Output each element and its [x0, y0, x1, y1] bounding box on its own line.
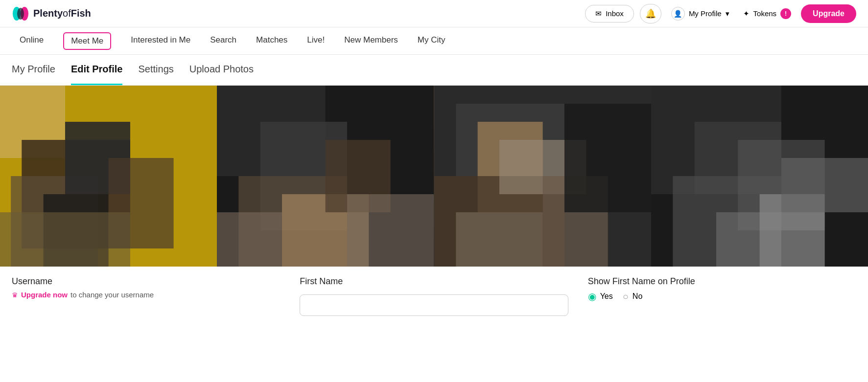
chevron-down-icon: ▾ [726, 9, 729, 18]
tokens-icon: ✦ [743, 9, 750, 18]
radio-option-yes[interactable]: ◉ Yes [588, 291, 613, 302]
tokens-button[interactable]: ✦ Tokens ! [739, 8, 796, 19]
logo-area: PlentyofFish [12, 5, 91, 22]
first-name-col: First Name [300, 276, 568, 316]
first-name-input[interactable] [300, 294, 568, 316]
inbox-icon: ✉ [595, 9, 602, 18]
upgrade-now-link[interactable]: Upgrade now [21, 291, 68, 299]
photo-panel-1 [0, 86, 217, 267]
svg-rect-10 [0, 212, 130, 267]
svg-rect-16 [217, 212, 282, 267]
username-label: Username [12, 276, 280, 287]
photo-panel-3 [434, 86, 651, 267]
nav-bar: Online Meet Me Interested in Me Search M… [0, 27, 868, 55]
photo-pixelated-2 [217, 86, 434, 267]
bell-icon: 🔔 [645, 8, 656, 19]
sub-nav-settings[interactable]: Settings [138, 55, 173, 85]
svg-rect-25 [456, 212, 542, 267]
sub-nav-upload-photos[interactable]: Upload Photos [189, 55, 254, 85]
nav-item-meet-me[interactable]: Meet Me [63, 32, 111, 50]
my-profile-button[interactable]: 👤 My Profile ▾ [667, 7, 733, 21]
photo-pixelated-1 [0, 86, 217, 267]
svg-rect-34 [716, 212, 825, 267]
nav-item-interested-in-me[interactable]: Interested in Me [131, 27, 190, 54]
nav-item-matches[interactable]: Matches [256, 27, 287, 54]
header-actions: ✉ Inbox 🔔 👤 My Profile ▾ ✦ Tokens ! Upgr… [585, 4, 856, 23]
first-name-label: First Name [300, 276, 568, 287]
photo-strip [0, 86, 868, 267]
sub-nav: My Profile Edit Profile Settings Upload … [0, 55, 868, 86]
logo-icon [12, 5, 29, 22]
show-first-name-radio-group: ◉ Yes ○ No [588, 291, 856, 302]
sub-nav-edit-profile[interactable]: Edit Profile [71, 55, 123, 85]
nav-item-new-members[interactable]: New Members [344, 27, 398, 54]
upgrade-button[interactable]: Upgrade [801, 4, 856, 23]
svg-rect-33 [781, 158, 868, 212]
svg-rect-26 [564, 104, 651, 212]
photo-panel-2 [217, 86, 434, 267]
show-first-name-col: Show First Name on Profile ◉ Yes ○ No [588, 276, 856, 302]
nav-item-online[interactable]: Online [20, 27, 44, 54]
nav-item-live[interactable]: Live! [307, 27, 325, 54]
photo-pixelated-3 [434, 86, 651, 267]
form-section: Username ♛ Upgrade now to change your us… [0, 267, 868, 326]
header: PlentyofFish ✉ Inbox 🔔 👤 My Profile ▾ ✦ … [0, 0, 868, 27]
svg-point-2 [17, 8, 24, 20]
nav-item-my-city[interactable]: My City [418, 27, 446, 54]
photo-panel-4 [651, 86, 868, 267]
tokens-badge: ! [780, 8, 791, 19]
profile-icon: 👤 [671, 7, 685, 21]
radio-yes-icon: ◉ [588, 291, 596, 302]
svg-rect-18 [347, 194, 434, 267]
nav-item-search[interactable]: Search [210, 27, 236, 54]
logo-text: PlentyofFish [33, 8, 91, 19]
inbox-button[interactable]: ✉ Inbox [585, 5, 634, 22]
radio-no-icon: ○ [623, 291, 629, 302]
show-first-name-label: Show First Name on Profile [588, 276, 856, 287]
crown-icon: ♛ [12, 291, 18, 299]
notifications-button[interactable]: 🔔 [640, 4, 661, 23]
radio-option-no[interactable]: ○ No [623, 291, 643, 302]
sub-nav-my-profile[interactable]: My Profile [12, 55, 55, 85]
username-sublabel: ♛ Upgrade now to change your username [12, 291, 280, 299]
photo-pixelated-4 [651, 86, 868, 267]
username-col: Username ♛ Upgrade now to change your us… [12, 276, 280, 299]
